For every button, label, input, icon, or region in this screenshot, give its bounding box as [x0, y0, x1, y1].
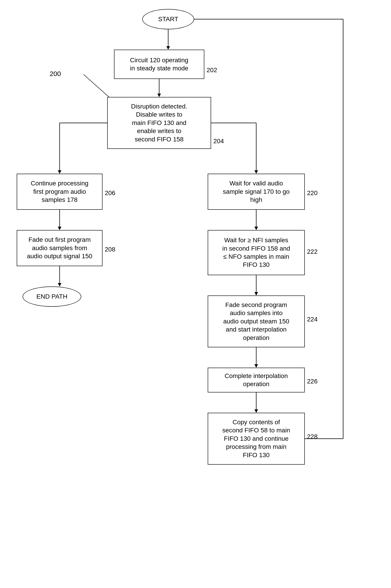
- step-number-220: 220: [307, 189, 318, 197]
- box-202-label: Circuit 120 operatingin steady state mod…: [128, 55, 191, 74]
- box-206: Continue processingfirst program audiosa…: [17, 174, 102, 210]
- box-220-label: Wait for valid audiosample signal 170 to…: [220, 178, 292, 205]
- diagram-container: START Circuit 120 operatingin steady sta…: [0, 0, 391, 588]
- svg-marker-17: [254, 292, 258, 295]
- box-208-label: Fade out first programaudio samples from…: [25, 234, 95, 262]
- end-path-oval: END PATH: [23, 287, 81, 307]
- label-200: 200: [50, 70, 61, 77]
- box-206-label: Continue processingfirst program audiosa…: [28, 178, 91, 205]
- svg-marker-3: [157, 94, 161, 97]
- step-number-202: 202: [206, 67, 217, 74]
- box-228: Copy contents ofsecond FIFO 58 to mainFI…: [208, 413, 305, 465]
- svg-marker-1: [166, 46, 170, 50]
- svg-marker-19: [254, 364, 258, 368]
- svg-marker-11: [58, 227, 61, 230]
- step-number-226: 226: [307, 378, 318, 385]
- box-224-label: Fade second programaudio samples intoaud…: [221, 299, 292, 343]
- step-number-222: 222: [307, 248, 318, 255]
- step-number-208: 208: [105, 246, 115, 253]
- svg-marker-21: [254, 409, 258, 413]
- box-202: Circuit 120 operatingin steady state mod…: [114, 50, 204, 79]
- end-path-label: END PATH: [34, 291, 70, 302]
- box-204: Disruption detected.Disable writes tomai…: [107, 97, 211, 149]
- step-number-228: 228: [307, 433, 318, 440]
- svg-marker-6: [58, 170, 61, 174]
- start-oval: START: [142, 9, 194, 29]
- box-228-label: Copy contents ofsecond FIFO 58 to mainFI…: [220, 417, 292, 461]
- box-222: Wait for ≥ NFI samplesin second FIFO 158…: [208, 230, 305, 275]
- box-226-label: Complete interpolationoperation: [222, 370, 290, 390]
- step-number-224: 224: [307, 316, 318, 323]
- box-222-label: Wait for ≥ NFI samplesin second FIFO 158…: [220, 235, 292, 270]
- start-label: START: [156, 14, 180, 25]
- box-208: Fade out first programaudio samples from…: [17, 230, 102, 266]
- svg-marker-9: [254, 170, 258, 174]
- box-220: Wait for valid audiosample signal 170 to…: [208, 174, 305, 210]
- svg-marker-13: [58, 283, 61, 287]
- step-number-204: 204: [213, 138, 224, 145]
- svg-marker-15: [254, 227, 258, 230]
- box-226: Complete interpolationoperation: [208, 368, 305, 392]
- box-224: Fade second programaudio samples intoaud…: [208, 295, 305, 347]
- box-204-label: Disruption detected.Disable writes tomai…: [129, 101, 190, 145]
- step-number-206: 206: [105, 189, 115, 197]
